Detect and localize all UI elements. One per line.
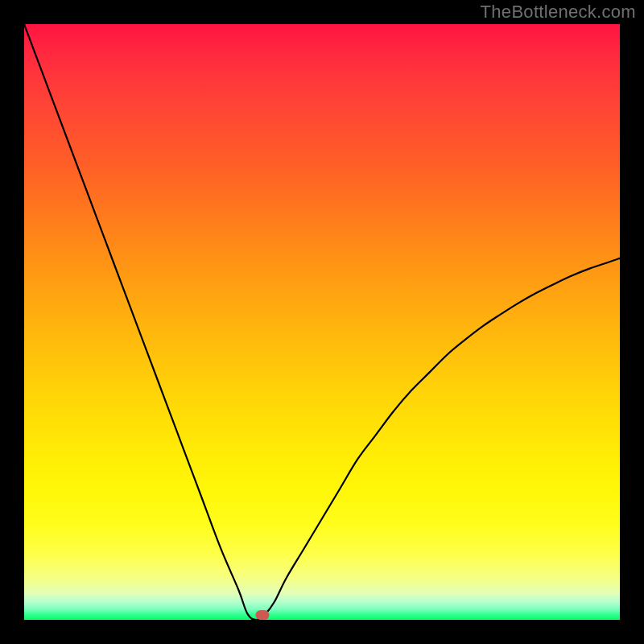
plot-area	[24, 24, 620, 620]
bottleneck-curve	[24, 24, 620, 620]
chart-frame: TheBottleneck.com	[0, 0, 644, 644]
watermark-text: TheBottleneck.com	[481, 2, 636, 23]
optimal-marker	[256, 610, 270, 620]
